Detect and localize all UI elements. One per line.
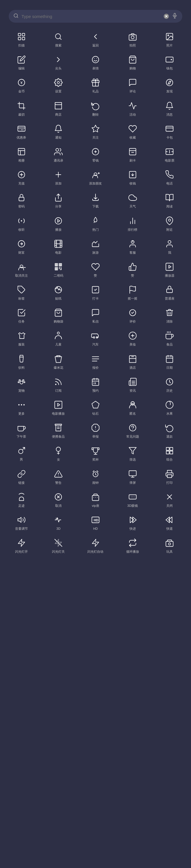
icon-item-swipe[interactable]: 刷卡 [114, 143, 151, 165]
icon-item-card[interactable]: 卡包 [151, 119, 188, 143]
icon-item-popcorn[interactable]: 爆米花 [40, 349, 77, 373]
icon-item-phone[interactable]: 电话 [151, 165, 188, 188]
icon-item-password[interactable]: 密码 [3, 188, 40, 211]
icon-item-qrcode[interactable]: 二维码 [40, 257, 77, 280]
icon-item-like[interactable]: 赞 [77, 257, 114, 280]
icon-item-scan[interactable]: 扫描 [3, 27, 40, 50]
icon-item-comment[interactable]: 评论 [114, 73, 151, 96]
icon-item-quote[interactable]: 报价 [77, 349, 114, 373]
icon-item-album[interactable]: 相册 [3, 143, 40, 165]
icon-item-task[interactable]: 任务 [3, 303, 40, 326]
icon-item-pet[interactable]: 宠物 [3, 373, 40, 396]
icon-item-shake[interactable]: 摇一摇 [114, 280, 151, 303]
icon-item-player[interactable]: 播放器 [151, 257, 188, 280]
icon-item-more[interactable]: 更多 [3, 396, 40, 418]
icon-item-rank[interactable]: 排行榜 [114, 212, 151, 235]
icon-item-clothes[interactable]: 服装 [3, 326, 40, 349]
icon-item-print[interactable]: 打印 [151, 465, 188, 488]
icon-item-gift[interactable]: 礼品 [77, 73, 114, 96]
icon-item-threed[interactable]: 3D3D [40, 510, 77, 533]
icon-item-close[interactable]: 关闭 [151, 488, 188, 510]
icon-item-download[interactable]: 下载 [77, 188, 114, 211]
icon-item-subscribe[interactable]: 订阅 [40, 373, 77, 396]
icon-item-diamond[interactable]: 钻石 [77, 396, 114, 418]
icon-item-putong[interactable]: 普通座 [151, 280, 188, 303]
icon-item-flashon[interactable]: 闪光灯开 [3, 533, 40, 557]
icon-item-toy[interactable]: 玩具 [151, 533, 188, 557]
icon-item-crop[interactable]: 裁切 [3, 96, 40, 119]
icon-item-ticket[interactable]: 电影票 [151, 143, 188, 165]
icon-item-movieplay[interactable]: 电影播放 [40, 396, 77, 418]
icon-item-recharge[interactable]: 充值 [3, 165, 40, 188]
icon-item-flip[interactable]: 翻转 [77, 96, 114, 119]
icon-item-screen[interactable]: 弹屏 [114, 465, 151, 488]
icon-item-teatime[interactable]: 下午茶 [3, 418, 40, 441]
icon-item-collect[interactable]: 收藏 [114, 119, 151, 143]
icon-item-drink[interactable]: 饮料 [3, 349, 40, 373]
clear-button[interactable] [164, 14, 169, 19]
icon-item-anonymous[interactable]: 匿名 [114, 396, 151, 418]
icon-item-share[interactable]: 分享 [40, 188, 77, 211]
icon-item-photo[interactable]: 照片 [151, 27, 188, 50]
icon-item-unfollow[interactable]: 取消关注 [3, 257, 40, 280]
icon-item-alarm[interactable]: 闹钟 [77, 465, 114, 488]
search-input[interactable] [22, 14, 161, 19]
icon-item-play[interactable]: 播放 [40, 212, 77, 235]
icon-item-hd[interactable]: HDHD [77, 510, 114, 533]
icon-item-edit[interactable]: 编辑 [3, 50, 40, 73]
icon-item-tag[interactable]: 标签 [3, 280, 40, 303]
icon-item-store[interactable]: 商店 [40, 96, 77, 119]
icon-item-emoji[interactable]: 表情 [77, 50, 114, 73]
icon-item-movie[interactable]: 电影 [40, 235, 77, 257]
icon-item-search[interactable]: 搜索 [40, 27, 77, 50]
mic-icon[interactable] [172, 13, 178, 20]
icon-item-listen[interactable]: 收听 [3, 212, 40, 235]
icon-item-read[interactable]: 阅读 [151, 188, 188, 211]
icon-item-sticker[interactable]: 贴纸 [40, 280, 77, 303]
icon-item-delete[interactable]: 清除 [151, 303, 188, 326]
icon-item-report[interactable]: 举报 [77, 418, 114, 441]
icon-item-message[interactable]: 私信 [77, 303, 114, 326]
icon-item-bag[interactable]: 购物袋 [40, 303, 77, 326]
icon-item-trophy[interactable]: 奖杯 [77, 441, 114, 464]
icon-item-snack[interactable]: 便携食品 [40, 418, 77, 441]
icon-item-flashoff[interactable]: 闪光灯关 [40, 533, 77, 557]
icon-item-activity[interactable]: 活动 [114, 96, 151, 119]
icon-item-star[interactable]: 关注 [77, 119, 114, 143]
icon-item-me[interactable]: 我 [151, 235, 188, 257]
icon-item-flashauto[interactable]: A闪光灯自动 [77, 533, 114, 557]
icon-item-news[interactable]: 资讯 [114, 373, 151, 396]
icon-item-travel[interactable]: 旅游 [77, 235, 114, 257]
icon-item-link[interactable]: 链接 [3, 465, 40, 488]
icon-item-history[interactable]: 历史 [151, 373, 188, 396]
icon-item-review[interactable]: 评价 [114, 303, 151, 326]
icon-item-cancel[interactable]: 取消 [40, 488, 77, 510]
icon-item-female[interactable]: 女 [40, 441, 77, 464]
icon-item-shop[interactable]: 购物 [114, 50, 151, 73]
icon-item-male[interactable]: 男 [3, 441, 40, 464]
icon-item-contacts[interactable]: 通讯录 [40, 143, 77, 165]
icon-item-coin[interactable]: ¥金币 [3, 73, 40, 96]
icon-item-refund[interactable]: 退款 [151, 418, 188, 441]
icon-item-camera[interactable]: 拍照 [114, 27, 151, 50]
icon-item-beauty[interactable]: 美妆 [114, 326, 151, 349]
icon-item-discover[interactable]: 发现 [151, 73, 188, 96]
icon-item-loop[interactable]: 循环播放 [114, 533, 151, 557]
icon-item-food[interactable]: 食品 [151, 326, 188, 349]
icon-item-hotel[interactable]: 酒店 [114, 349, 151, 373]
icon-item-change[interactable]: 零钱 [77, 143, 114, 165]
icon-item-checkin[interactable]: 打卡 [77, 280, 114, 303]
icon-item-receivemoney[interactable]: 收钱 [114, 165, 151, 188]
icon-item-addfriend[interactable]: 添加朋友 [77, 165, 114, 188]
icon-item-car[interactable]: 汽车 [77, 326, 114, 349]
icon-item-vr[interactable]: 3D眼镜 [114, 488, 151, 510]
icon-item-nearby[interactable]: 附近 [151, 212, 188, 235]
icon-item-faq[interactable]: 常见问题 [114, 418, 151, 441]
icon-item-volume[interactable]: 音量调节 [3, 510, 40, 533]
icon-item-notification[interactable]: 消息 [151, 96, 188, 119]
icon-item-coupon[interactable]: 优惠券 [3, 119, 40, 143]
icon-item-wealth[interactable]: 财富 [3, 235, 40, 257]
icon-item-weather[interactable]: 天气 [114, 188, 151, 211]
icon-item-group[interactable]: 组合 [151, 441, 188, 464]
icon-item-fastforward[interactable]: 快进 [114, 510, 151, 533]
